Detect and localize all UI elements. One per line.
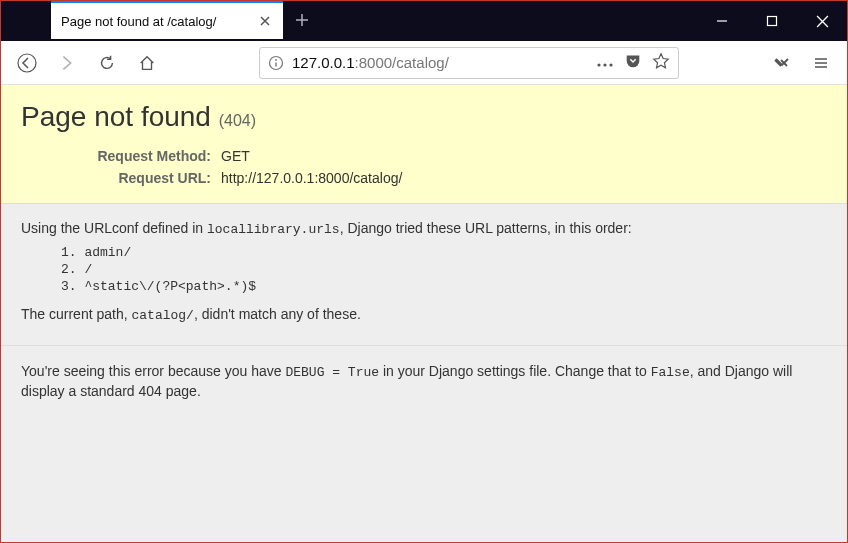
url-host: 127.0.0.1 xyxy=(292,54,355,71)
svg-point-5 xyxy=(603,63,606,66)
meta-value: GET xyxy=(221,148,250,164)
url-pattern-item: ^static\/(?P<path>.*)$ xyxy=(61,279,827,296)
url-pattern-list: admin/ / ^static\/(?P<path>.*)$ xyxy=(61,245,827,296)
close-window-button[interactable] xyxy=(797,1,847,41)
error-title-text: Page not found xyxy=(21,101,211,132)
error-header: Page not found (404) Request Method: GET… xyxy=(1,85,847,204)
svg-point-1 xyxy=(18,54,36,72)
meta-label: Request Method: xyxy=(81,148,221,164)
url-port: :8000 xyxy=(355,54,393,71)
forward-button[interactable] xyxy=(49,45,85,81)
titlebar: Page not found at /catalog/ xyxy=(1,1,847,41)
intro-text: Using the URLconf defined in locallibrar… xyxy=(21,220,827,237)
nomatch-suffix: , didn't match any of these. xyxy=(194,306,361,322)
url-bar-actions xyxy=(596,52,670,74)
close-tab-icon[interactable] xyxy=(257,13,273,29)
page-actions-icon[interactable] xyxy=(596,54,614,72)
back-button[interactable] xyxy=(9,45,45,81)
window-controls xyxy=(697,1,847,41)
debug-explanation: You're seeing this error because you hav… xyxy=(21,362,827,402)
meta-label: Request URL: xyxy=(81,170,221,186)
url-bar[interactable]: 127.0.0.1:8000/catalog/ xyxy=(259,47,679,79)
error-code: (404) xyxy=(219,112,256,129)
overflow-toolbar-button[interactable] xyxy=(763,45,799,81)
hamburger-menu-button[interactable] xyxy=(803,45,839,81)
nomatch-prefix: The current path, xyxy=(21,306,132,322)
minimize-button[interactable] xyxy=(697,1,747,41)
svg-point-4 xyxy=(597,63,600,66)
url-text[interactable]: 127.0.0.1:8000/catalog/ xyxy=(292,54,596,71)
tab-strip: Page not found at /catalog/ xyxy=(1,1,321,41)
debug-false: False xyxy=(651,365,690,380)
error-footer: You're seeing this error because you hav… xyxy=(1,346,847,418)
pocket-icon[interactable] xyxy=(624,52,642,74)
nomatch-path: catalog/ xyxy=(132,308,194,323)
url-path: /catalog/ xyxy=(392,54,449,71)
debug-code: DEBUG = True xyxy=(285,365,379,380)
maximize-button[interactable] xyxy=(747,1,797,41)
svg-point-6 xyxy=(609,63,612,66)
meta-row-method: Request Method: GET xyxy=(81,145,827,167)
new-tab-button[interactable] xyxy=(283,1,321,39)
svg-rect-0 xyxy=(768,17,777,26)
error-title: Page not found (404) xyxy=(21,101,827,133)
url-pattern-item: / xyxy=(61,262,827,279)
intro-prefix: Using the URLconf defined in xyxy=(21,220,207,236)
url-pattern-item: admin/ xyxy=(61,245,827,262)
error-body: Using the URLconf defined in locallibrar… xyxy=(1,204,847,346)
request-meta: Request Method: GET Request URL: http://… xyxy=(21,145,827,189)
meta-row-url: Request URL: http://127.0.0.1:8000/catal… xyxy=(81,167,827,189)
home-button[interactable] xyxy=(129,45,165,81)
intro-suffix: , Django tried these URL patterns, in th… xyxy=(340,220,632,236)
tab-title: Page not found at /catalog/ xyxy=(61,14,249,29)
nomatch-text: The current path, catalog/, didn't match… xyxy=(21,306,827,323)
bookmark-star-icon[interactable] xyxy=(652,52,670,74)
info-icon[interactable] xyxy=(268,55,284,71)
browser-tab[interactable]: Page not found at /catalog/ xyxy=(51,1,283,39)
reload-button[interactable] xyxy=(89,45,125,81)
debug-mid: in your Django settings file. Change tha… xyxy=(379,363,651,379)
browser-toolbar: 127.0.0.1:8000/catalog/ xyxy=(1,41,847,85)
intro-module: locallibrary.urls xyxy=(207,222,340,237)
page-content: Page not found (404) Request Method: GET… xyxy=(1,85,847,417)
svg-point-3 xyxy=(275,59,277,61)
meta-value: http://127.0.0.1:8000/catalog/ xyxy=(221,170,402,186)
debug-prefix: You're seeing this error because you hav… xyxy=(21,363,285,379)
